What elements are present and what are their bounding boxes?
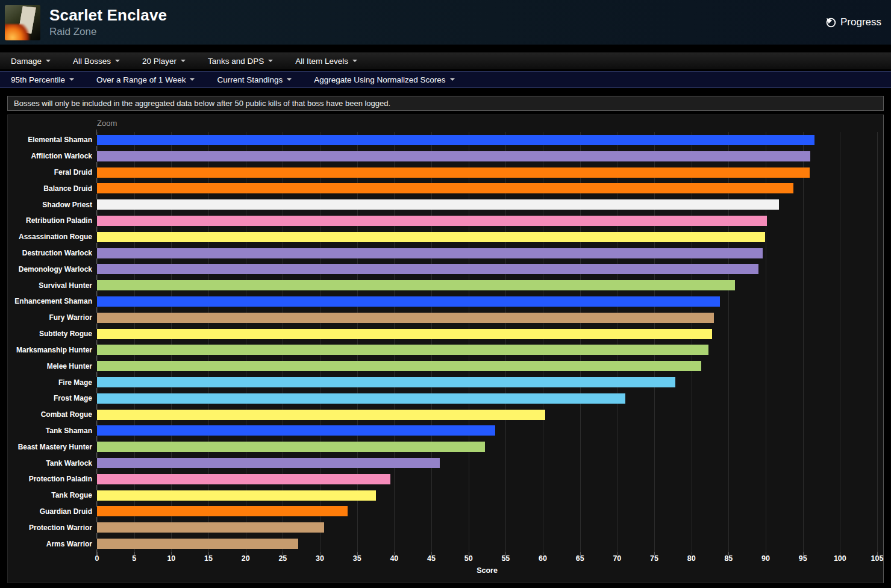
filter-label: All Item Levels	[295, 57, 348, 66]
gridline	[766, 132, 766, 552]
y-axis-tick	[96, 388, 97, 393]
bar-demonology-warlock[interactable]	[97, 264, 758, 274]
page-subtitle: Raid Zone	[49, 26, 167, 38]
x-axis-tick-label: 90	[761, 554, 770, 563]
bar-fury-warrior[interactable]	[97, 313, 714, 323]
bar-shadow-priest[interactable]	[97, 199, 779, 210]
y-axis-tick	[96, 146, 97, 151]
x-axis-tick-label: 15	[204, 554, 213, 563]
bar-feral-druid[interactable]	[97, 167, 810, 178]
x-axis-tick-label: 35	[353, 554, 361, 563]
category-label: Enhancement Shaman	[8, 296, 92, 306]
y-axis-tick	[96, 533, 97, 539]
bar-frost-mage[interactable]	[97, 393, 625, 404]
y-axis-tick	[96, 485, 97, 490]
x-axis-tick-label: 10	[167, 554, 175, 563]
bar-tank-shaman[interactable]	[97, 425, 495, 436]
y-axis-tick	[96, 291, 97, 296]
category-label: Shadow Priest	[8, 200, 92, 210]
filter-20-player[interactable]: 20 Player	[142, 57, 186, 66]
gridline	[654, 132, 655, 552]
x-axis-tick-label: 60	[539, 554, 547, 563]
bar-retribution-paladin[interactable]	[97, 216, 767, 226]
y-axis-tick	[96, 517, 97, 522]
chevron-down-icon	[46, 60, 51, 62]
gridline	[283, 132, 283, 552]
y-axis-tick	[96, 243, 97, 248]
bar-fire-mage[interactable]	[97, 377, 675, 387]
filter-95th-percentile[interactable]: 95th Percentile	[11, 75, 74, 84]
filter-all-item-levels[interactable]: All Item Levels	[295, 57, 357, 66]
gridline	[580, 132, 581, 552]
y-axis-tick	[96, 355, 97, 361]
bar-destruction-warlock[interactable]	[97, 248, 763, 258]
zone-header: Scarlet Enclave Raid Zone Progress	[0, 0, 891, 45]
category-label: Frost Mage	[8, 393, 92, 403]
bar-protection-paladin[interactable]	[97, 474, 390, 484]
x-axis-title: Score	[97, 566, 877, 575]
category-label: Demonology Warlock	[8, 264, 92, 274]
bar-combat-rogue[interactable]	[97, 410, 545, 420]
y-axis-tick	[96, 194, 97, 199]
chevron-down-icon	[181, 60, 186, 62]
filter-tanks-and-dps[interactable]: Tanks and DPS	[208, 57, 273, 66]
progress-link[interactable]: Progress	[825, 16, 881, 28]
bar-balance-druid[interactable]	[97, 183, 793, 193]
y-axis-tick	[96, 469, 97, 474]
bar-assassination-rogue[interactable]	[97, 232, 765, 242]
y-axis-tick	[96, 275, 97, 280]
bar-affliction-warlock[interactable]	[97, 151, 810, 161]
filter-aggregate-using-normalized-scores[interactable]: Aggregate Using Normalized Scores	[314, 75, 454, 84]
bar-tank-rogue[interactable]	[97, 490, 376, 501]
filter-damage[interactable]: Damage	[11, 57, 51, 66]
category-label: Melee Hunter	[8, 361, 92, 371]
x-axis-tick-label: 40	[390, 554, 398, 563]
bar-tank-warlock[interactable]	[97, 458, 440, 468]
filter-label: 20 Player	[142, 57, 177, 66]
category-label: Protection Paladin	[8, 474, 92, 484]
gridline	[505, 132, 506, 552]
bar-marksmanship-hunter[interactable]	[97, 345, 708, 355]
filter-label: Current Standings	[217, 75, 283, 84]
filter-label: Over a Range of 1 Week	[96, 75, 186, 84]
gridline	[208, 132, 209, 552]
bar-arms-warrior[interactable]	[97, 539, 298, 549]
category-label: Destruction Warlock	[8, 248, 92, 258]
globe-arrow-icon	[825, 17, 836, 28]
bar-enhancement-shaman[interactable]	[97, 296, 720, 307]
category-label: Retribution Paladin	[8, 216, 92, 225]
gridline	[171, 132, 172, 552]
filter-label: Aggregate Using Normalized Scores	[314, 75, 445, 84]
filter-label: All Bosses	[73, 57, 111, 66]
bar-survival-hunter[interactable]	[97, 280, 735, 290]
category-label: Fury Warrior	[8, 313, 92, 322]
category-label: Guardian Druid	[8, 507, 92, 516]
chevron-down-icon	[450, 78, 455, 81]
gridline	[803, 132, 804, 552]
y-axis-tick	[96, 324, 97, 329]
notice-bar: Bosses will only be included in the aggr…	[7, 96, 884, 111]
y-axis-tick	[96, 227, 97, 232]
x-axis-tick-label: 80	[687, 554, 696, 563]
bar-protection-warrior[interactable]	[97, 522, 324, 533]
x-axis-tick-labels: 0510152025303540455055606570758085909510…	[97, 554, 877, 564]
chevron-down-icon	[69, 78, 74, 81]
rankings-chart: Zoom 05101520253035404550556065707580859…	[7, 114, 884, 583]
x-axis-tick-label: 0	[95, 554, 99, 563]
x-axis-tick-label: 105	[871, 554, 884, 563]
x-axis-tick-label: 45	[427, 554, 436, 563]
y-axis-tick	[96, 372, 97, 377]
category-label: Elemental Shaman	[8, 135, 92, 145]
bar-melee-hunter[interactable]	[97, 361, 701, 371]
filter-over-a-range-of-1-week[interactable]: Over a Range of 1 Week	[96, 75, 195, 84]
bar-guardian-druid[interactable]	[97, 506, 348, 516]
filter-current-standings[interactable]: Current Standings	[217, 75, 292, 84]
filter-all-bosses[interactable]: All Bosses	[73, 57, 120, 66]
bar-beast-mastery-hunter[interactable]	[97, 442, 485, 452]
category-label: Survival Hunter	[8, 281, 92, 290]
chevron-down-icon	[190, 78, 195, 81]
x-axis-tick-label: 95	[799, 554, 807, 563]
bar-subtlety-rogue[interactable]	[97, 329, 712, 339]
category-label: Tank Shaman	[8, 426, 92, 436]
bar-elemental-shaman[interactable]	[97, 135, 814, 145]
